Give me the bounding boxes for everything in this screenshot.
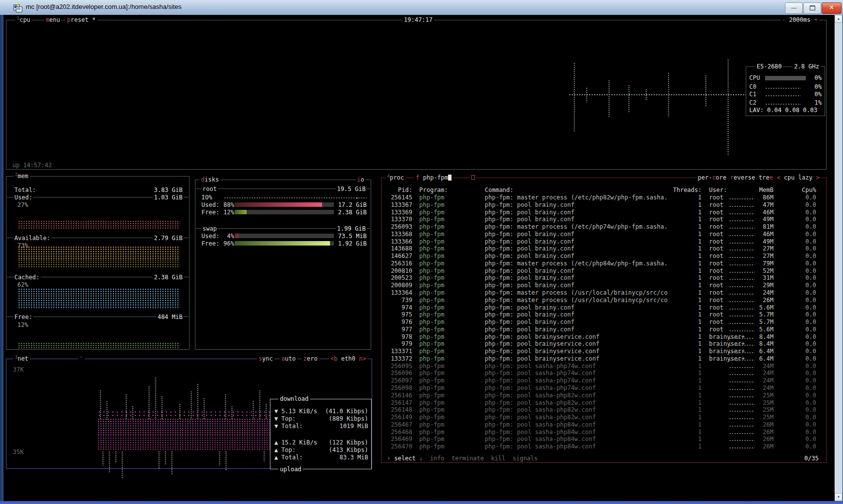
process-row[interactable]: 133366php-fpmphp-fpm: pool brainy.conf1r… xyxy=(382,238,827,245)
process-row[interactable]: 133367php-fpmphp-fpm: pool brainy.conf1r… xyxy=(382,201,827,208)
maximize-button[interactable] xyxy=(803,2,821,14)
process-user: root xyxy=(709,274,723,281)
zero-toggle[interactable]: zero xyxy=(302,355,319,362)
process-row[interactable]: 256093php-fpmphp-fpm: master process (/e… xyxy=(382,223,827,230)
upload-speed: ▲15.2 KiB/s(122 Kibps) xyxy=(270,439,372,446)
menu-button[interactable]: menu xyxy=(44,16,62,23)
cpu-core-value: 0% xyxy=(807,74,822,81)
scroll-up-button[interactable]: ▲ xyxy=(835,15,843,23)
reverse-toggle[interactable]: reverse xyxy=(730,174,755,181)
sort-next-button[interactable]: > xyxy=(816,174,820,181)
interval-plus-button[interactable]: + xyxy=(814,16,818,23)
sort-column-label[interactable]: cpu lazy xyxy=(784,174,813,181)
filter-input[interactable]: f php-fpm xyxy=(414,174,453,181)
scroll-down-button[interactable]: ▼ xyxy=(835,493,843,501)
terminate-button[interactable]: terminate xyxy=(452,455,484,462)
col-user[interactable]: User: xyxy=(709,187,727,193)
tree-toggle[interactable]: tree xyxy=(759,174,773,181)
process-row[interactable]: 256149php-fpmphp-fpm: pool sasha-php82w.… xyxy=(382,414,827,421)
process-row[interactable]: 200809php-fpmphp-fpm: pool brainy.conf1r… xyxy=(382,282,827,289)
info-button[interactable]: info xyxy=(430,455,445,462)
process-row[interactable]: 978php-fpmphp-fpm: pool brainyservice.co… xyxy=(382,333,827,340)
disk-usage-bar-fill xyxy=(235,210,247,214)
process-row[interactable]: 256470php-fpmphp-fpm: pool sasha-php84w.… xyxy=(382,443,827,450)
process-row[interactable]: 977php-fpmphp-fpm: pool brainy.conf1root… xyxy=(382,326,827,333)
disk-row-percent: 12% xyxy=(219,209,234,216)
upload-speed-value: (122 Kibps) xyxy=(309,439,368,446)
process-row[interactable]: 256096php-fpmphp-fpm: pool sasha-php74w.… xyxy=(382,370,827,377)
col-memb[interactable]: MemB xyxy=(735,187,774,193)
process-row[interactable]: 256145php-fpmphp-fpm: master process (/e… xyxy=(382,194,827,201)
process-row[interactable]: 133369php-fpmphp-fpm: pool brainy.conf1r… xyxy=(382,209,827,216)
process-row[interactable]: 975php-fpmphp-fpm: pool brainy.conf1root… xyxy=(382,311,827,318)
cpu-model: E5-2680 xyxy=(755,63,783,70)
col-threads[interactable]: Threads: xyxy=(667,187,702,193)
process-threads: 1 xyxy=(667,282,702,289)
process-row[interactable]: 256467php-fpmphp-fpm: pool sasha-php84w.… xyxy=(382,421,827,428)
process-row[interactable]: 256316php-fpmphp-fpm: master process (/e… xyxy=(382,260,827,267)
process-pid: 979 xyxy=(383,340,412,347)
process-row[interactable]: 200523php-fpmphp-fpm: pool brainy.conf1r… xyxy=(382,274,827,281)
tab-mem[interactable]: 2mem xyxy=(13,173,30,180)
process-program: php-fpm xyxy=(419,348,445,355)
process-row[interactable]: 146627php-fpmphp-fpm: pool brainy.conf1r… xyxy=(382,252,827,259)
sort-prev-button[interactable]: < xyxy=(777,174,780,181)
process-row[interactable]: 143688php-fpmphp-fpm: pool brainy.conf1r… xyxy=(382,245,827,252)
iface-prev-button[interactable]: <b xyxy=(330,355,337,362)
process-command: php-fpm: pool brainy.conf xyxy=(485,267,575,274)
cpu-total-bar xyxy=(765,76,806,80)
disks-box: disks io root19.5 GiBIO%Used:88%17.2 GiB… xyxy=(195,180,371,350)
process-row[interactable]: 256148php-fpmphp-fpm: pool sasha-php82w.… xyxy=(382,406,827,413)
net-download-spike xyxy=(126,394,127,420)
process-row[interactable]: 133371php-fpmphp-fpm: pool brainyservice… xyxy=(382,348,827,355)
auto-toggle[interactable]: auto xyxy=(280,355,297,362)
process-mem: 29M xyxy=(735,282,774,289)
filter-clear-button[interactable] xyxy=(470,174,476,181)
process-cpu: 0.0 xyxy=(781,194,816,201)
col-command[interactable]: Command: xyxy=(485,187,514,193)
process-row[interactable]: 133364php-fpmphp-fpm: master process (/u… xyxy=(382,289,827,296)
iface-next-button[interactable]: n> xyxy=(359,355,366,362)
process-row[interactable]: 256147php-fpmphp-fpm: pool sasha-php82w.… xyxy=(382,399,827,406)
net-box: 3net ' sync auto zero <b eth0 n> 37K 35K… xyxy=(6,359,372,469)
kill-button[interactable]: kill xyxy=(491,455,506,462)
interval-minus-button[interactable]: - xyxy=(782,16,785,23)
process-row[interactable]: 256098php-fpmphp-fpm: pool sasha-php74w.… xyxy=(382,384,827,391)
process-row[interactable]: 133372php-fpmphp-fpm: pool brainyservice… xyxy=(382,355,827,362)
mem-stat-percent: 12% xyxy=(17,321,28,328)
io-mode-toggle[interactable]: io xyxy=(356,176,366,183)
process-row[interactable]: 256469php-fpmphp-fpm: pool sasha-php84w.… xyxy=(382,436,827,442)
process-row[interactable]: 133368php-fpmphp-fpm: pool brainy.conf1r… xyxy=(382,231,827,238)
process-row[interactable]: 256097php-fpmphp-fpm: pool sasha-php74w.… xyxy=(382,377,827,384)
tab-proc[interactable]: 4proc xyxy=(386,174,405,181)
process-row[interactable]: 974php-fpmphp-fpm: pool brainy.conf1root… xyxy=(382,304,827,311)
process-mem: 26M xyxy=(735,436,774,442)
cpu-graph-spike xyxy=(705,75,707,107)
process-row[interactable]: 133370php-fpmphp-fpm: pool brainy.conf1r… xyxy=(382,216,827,223)
tab-net[interactable]: 3net xyxy=(13,355,30,362)
sync-toggle[interactable]: sync xyxy=(257,355,274,362)
upload-arrow-icon: ▲ xyxy=(274,446,278,453)
per-core-toggle[interactable]: per-core xyxy=(698,174,726,181)
minimize-button[interactable]: — xyxy=(785,2,803,14)
select-up-icon[interactable]: ↑ xyxy=(387,455,390,462)
tab-cpu[interactable]: 1cpu xyxy=(15,16,32,23)
col-pid[interactable]: Pid: xyxy=(383,187,412,193)
process-row[interactable]: 256095php-fpmphp-fpm: pool sasha-php74w.… xyxy=(382,363,827,370)
preset-button[interactable]: preset * xyxy=(65,16,97,23)
process-threads: 1 xyxy=(667,216,702,223)
select-button[interactable]: select xyxy=(394,455,415,462)
col-program[interactable]: Program: xyxy=(419,187,448,193)
process-row[interactable]: 739php-fpmphp-fpm: master process (/usr/… xyxy=(382,297,827,304)
process-row[interactable]: 256146php-fpmphp-fpm: pool sasha-php82w.… xyxy=(382,392,827,399)
signals-button[interactable]: signals xyxy=(513,455,538,462)
process-row[interactable]: 200810php-fpmphp-fpm: pool brainy.conf1r… xyxy=(382,267,827,274)
process-row[interactable]: 976php-fpmphp-fpm: pool brainy.conf1root… xyxy=(382,318,827,325)
disk-row-value: 2.38 GiB xyxy=(336,209,367,216)
col-cpu[interactable]: Cpu% xyxy=(781,187,816,193)
scrollbar-track[interactable]: ▲ ▼ xyxy=(835,15,843,501)
process-mem: 86M xyxy=(735,194,774,201)
process-row[interactable]: 256468php-fpmphp-fpm: pool sasha-php84w.… xyxy=(382,429,827,436)
process-row[interactable]: 979php-fpmphp-fpm: pool brainyservice.co… xyxy=(382,340,827,347)
close-button[interactable]: ✕ xyxy=(822,2,842,14)
